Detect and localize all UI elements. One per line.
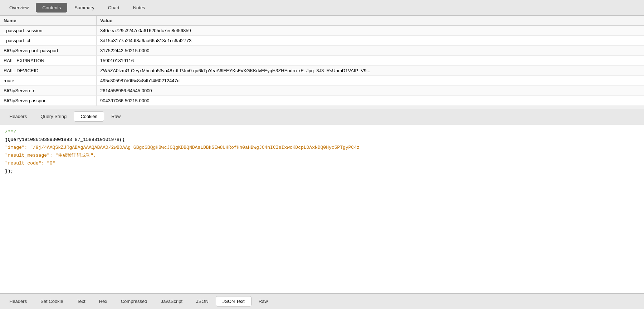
code-section: /**/ jQuery191086103893001893 87_1589810… (0, 124, 644, 293)
table-row: BIGipServerpassport 904397066.50215.0000 (0, 96, 644, 106)
row-name: route (0, 76, 97, 85)
row-name: BIGipServerpassport (0, 96, 97, 106)
bottom-tab-compressed[interactable]: Compressed (114, 296, 154, 306)
table-row: _passport_ct 3d15b3177a2f4df8a6aa66a813e… (0, 36, 644, 46)
row-value: 904397066.50215.0000 (97, 96, 644, 106)
bottom-tab-raw[interactable]: Raw (252, 296, 274, 306)
bottom-tab-json-text[interactable]: JSON Text (216, 296, 252, 306)
code-line-func: jQuery191086103893001893 87_158981010197… (5, 136, 639, 144)
top-tab-bar: Overview Contents Summary Chart Notes (0, 0, 644, 16)
tab-cookies[interactable]: Cookies (74, 111, 104, 122)
table-row: _passport_session 340eea729c3247c0a61620… (0, 26, 644, 36)
table-row: BIGipServerotn 2614558986.64545.0000 (0, 86, 644, 96)
bottom-tab-bar: Headers Set Cookie Text Hex Compressed J… (0, 293, 644, 309)
tab-headers[interactable]: Headers (3, 112, 33, 121)
tab-raw[interactable]: Raw (105, 112, 127, 121)
row-name: _passport_session (0, 26, 97, 35)
row-value: 340eea729c3247c0a616205dc7ec8ef56859 (97, 26, 644, 35)
bottom-tab-text[interactable]: Text (70, 296, 92, 306)
row-name: BIGipServerpool_passport (0, 46, 97, 55)
code-line-close: }); (5, 167, 639, 175)
col-header-value: Value (97, 16, 644, 25)
table-row: route 495c805987d0f5c8c84b14f60212447d (0, 76, 644, 86)
tab-query-string[interactable]: Query String (34, 112, 73, 121)
row-name: RAIL_DEVICEID (0, 66, 97, 75)
col-header-name: Name (0, 16, 97, 25)
row-value: 495c805987d0f5c8c84b14f60212447d (97, 76, 644, 85)
tab-chart[interactable]: Chart (102, 3, 126, 13)
code-line-comment: /**/ (5, 128, 639, 136)
code-line-result-code: "result_code": "0" (5, 160, 639, 167)
mid-tab-bar: Headers Query String Cookies Raw (0, 109, 644, 124)
tab-summary[interactable]: Summary (68, 3, 101, 13)
bottom-tab-json[interactable]: JSON (190, 296, 215, 306)
bottom-tab-set-cookie[interactable]: Set Cookie (34, 296, 70, 306)
code-line-image: "image": "/9j/4AAQSkZJRgABAgAAAQABAAD/2w… (5, 144, 639, 152)
table-row: RAIL_EXPIRATION 1590101819116 (0, 56, 644, 66)
table-header: Name Value (0, 16, 644, 26)
row-name: RAIL_EXPIRATION (0, 56, 97, 65)
table-row: RAIL_DEVICEID ZW5ZA0lzmG-OeyxMhcutu53vu4… (0, 66, 644, 76)
bottom-tab-javascript[interactable]: JavaScript (154, 296, 189, 306)
code-line-result-msg: "result_message": "生成验证码成功", (5, 152, 639, 160)
tab-contents[interactable]: Contents (36, 3, 67, 13)
bottom-tab-headers[interactable]: Headers (3, 296, 33, 306)
table-row: BIGipServerpool_passport 317522442.50215… (0, 46, 644, 56)
row-value: ZW5ZA0lzmG-OeyxMhcutu53vu48xdLPJm0-qu6kT… (97, 66, 644, 75)
row-value: 317522442.50215.0000 (97, 46, 644, 55)
row-value: 3d15b3177a2f4df8a6aa66a813e1cc6at2773 (97, 36, 644, 45)
row-name: _passport_ct (0, 36, 97, 45)
row-value: 2614558986.64545.0000 (97, 86, 644, 95)
row-name: BIGipServerotn (0, 86, 97, 95)
row-value: 1590101819116 (97, 56, 644, 65)
tab-notes[interactable]: Notes (127, 3, 152, 13)
tab-overview[interactable]: Overview (3, 3, 35, 13)
bottom-tab-hex[interactable]: Hex (93, 296, 114, 306)
cookies-table: Name Value _passport_session 340eea729c3… (0, 16, 644, 106)
